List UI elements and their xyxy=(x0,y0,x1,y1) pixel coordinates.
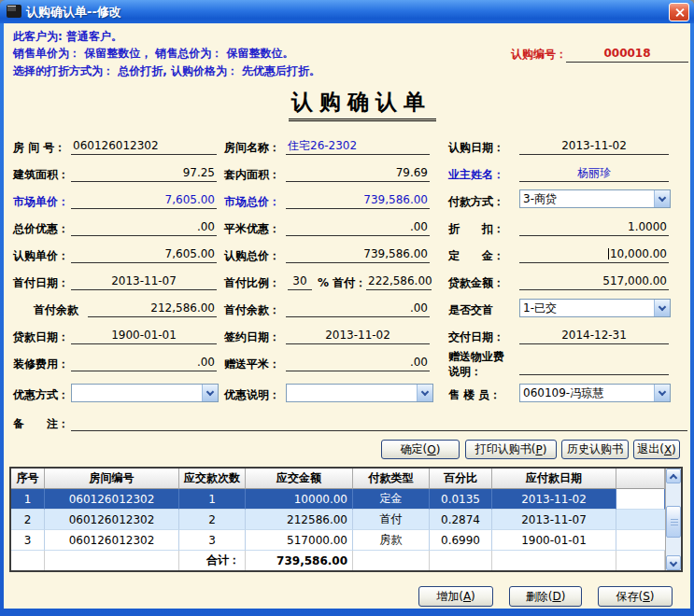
exit-button[interactable]: 退出(X) xyxy=(633,440,680,459)
owner-name-label: 业主姓名： xyxy=(448,167,504,182)
chevron-down-icon[interactable] xyxy=(417,385,432,401)
sign-date-label: 签约日期： xyxy=(224,329,280,344)
inner-area-label: 套内面积： xyxy=(224,167,280,182)
payment-schedule-table: 序号 房间编号 应交款次数 应交金额 付款类型 百分比 应付款日期 1 0601… xyxy=(9,467,683,572)
market-unit-price-label: 市场单价： xyxy=(13,194,69,209)
discount-field[interactable]: 1.0000 xyxy=(519,219,669,236)
discount-method-label: 优惠方式： xyxy=(13,387,69,402)
gift-sqm-field[interactable]: .00 xyxy=(286,355,430,371)
customer-type-text: 此客户为: 普通客户。 xyxy=(13,29,122,45)
salesperson-label: 售 楼 员： xyxy=(448,387,501,402)
is-down-paid-select[interactable]: 1-已交 xyxy=(519,299,671,317)
app-icon xyxy=(7,5,21,18)
order-no-label: 认购编号： xyxy=(511,47,567,62)
down-balance-left-field[interactable]: 212,586.00 xyxy=(88,301,217,317)
chevron-down-icon[interactable] xyxy=(654,385,670,401)
discount-method-select[interactable] xyxy=(71,384,219,402)
header-due-date[interactable]: 应付款日期 xyxy=(492,469,616,489)
loan-amount-field[interactable]: 517,000.00 xyxy=(519,273,669,290)
order-no-field[interactable]: 000018 xyxy=(566,46,688,63)
chevron-down-icon[interactable] xyxy=(202,385,218,401)
dialog-window: 认购确认单--修改 此客户为: 普通客户。 销售单价为： 保留整数位， 销售总价… xyxy=(0,0,694,616)
table-footer-row: 合计： 739,586.00 xyxy=(11,551,665,570)
down-payment-amount-label: % 首付： xyxy=(318,275,366,290)
room-name-field[interactable]: 住宅26-2302 xyxy=(286,138,430,155)
discount-label: 折 扣： xyxy=(448,221,504,236)
title-bar[interactable]: 认购确认单--修改 xyxy=(0,0,694,23)
owner-name-field[interactable]: 杨丽珍 xyxy=(519,165,669,182)
down-payment-date-field[interactable]: 2013-11-07 xyxy=(71,273,217,290)
down-payment-date-label: 首付日期： xyxy=(13,275,69,290)
down-balance-mid-label: 首付余款： xyxy=(224,302,280,317)
form-title-underline xyxy=(289,119,436,121)
total-value: 739,586.00 xyxy=(246,551,353,570)
header-installment[interactable]: 应交款次数 xyxy=(179,469,246,489)
loan-date-label: 贷款日期： xyxy=(13,329,69,344)
close-button[interactable] xyxy=(669,3,689,21)
renovation-fee-field[interactable]: .00 xyxy=(71,355,217,371)
header-seq[interactable]: 序号 xyxy=(11,469,45,489)
delete-button[interactable]: 删除(D) xyxy=(509,586,582,607)
header-room-code[interactable]: 房间编号 xyxy=(45,469,179,489)
chevron-down-icon[interactable] xyxy=(654,190,670,207)
deposit-field[interactable]: 10,000.00 xyxy=(519,246,669,263)
loan-date-field[interactable]: 1900-01-01 xyxy=(71,328,217,344)
total-discount-label: 总价优惠： xyxy=(13,221,69,236)
room-no-field[interactable]: 060126012302 xyxy=(71,138,217,155)
down-payment-ratio-field[interactable]: 30 xyxy=(288,273,312,290)
build-area-label: 建筑面积： xyxy=(13,167,69,182)
text-cursor xyxy=(608,248,609,259)
confirm-button[interactable]: 确定(O) xyxy=(381,440,460,459)
sqm-discount-field[interactable]: .00 xyxy=(286,219,430,236)
header-payment-type[interactable]: 付款类型 xyxy=(353,469,430,489)
header-amount-due[interactable]: 应交金额 xyxy=(246,469,353,489)
discount-note-label: 优惠说明： xyxy=(224,387,280,402)
discount-note-select[interactable] xyxy=(286,384,433,402)
print-purchase-button[interactable]: 打印认购书(P) xyxy=(465,440,557,459)
delivery-date-field[interactable]: 2014-12-31 xyxy=(519,328,669,344)
price-rounding-text: 销售单价为： 保留整数位， 销售总价为： 保留整数位。 xyxy=(13,46,294,62)
build-area-field[interactable]: 97.25 xyxy=(71,165,217,182)
payment-method-select[interactable]: 3-商贷 xyxy=(519,189,671,208)
window-title: 认购确认单--修改 xyxy=(26,4,121,21)
down-balance-mid-field[interactable]: .00 xyxy=(286,301,430,317)
market-total-price-label: 市场总价： xyxy=(224,194,280,209)
inner-area-field[interactable]: 79.69 xyxy=(286,165,430,182)
gift-property-fee-label2: 说明： xyxy=(448,364,482,379)
down-payment-ratio-label: 首付比例： xyxy=(224,275,280,290)
purchase-unit-price-field[interactable]: 7,605.00 xyxy=(71,246,217,263)
down-balance-left-label: 首付余款 xyxy=(34,302,78,317)
gift-property-fee-label: 赠送物业费 xyxy=(448,349,504,364)
table-row[interactable]: 3 060126012302 3 517000.00 房款 0.6990 190… xyxy=(11,530,665,551)
market-unit-price-field[interactable]: 7,605.00 xyxy=(71,192,217,209)
history-purchase-button[interactable]: 历史认购书 xyxy=(561,440,629,459)
is-down-paid-label: 是否交首 xyxy=(448,302,493,317)
scroll-down-button[interactable] xyxy=(666,555,681,570)
chevron-up-icon xyxy=(670,473,677,481)
payment-method-label: 付款方式： xyxy=(448,194,504,209)
gift-property-fee-field[interactable] xyxy=(519,358,669,375)
salesperson-select[interactable]: 060109-冯琼慧 xyxy=(519,384,671,402)
close-icon xyxy=(674,7,685,18)
delivery-date-label: 交付日期： xyxy=(448,329,504,344)
remark-field[interactable] xyxy=(71,414,687,431)
add-button[interactable]: 增加(A) xyxy=(418,586,493,607)
header-percentage[interactable]: 百分比 xyxy=(430,469,492,489)
scroll-up-button[interactable] xyxy=(666,469,681,483)
header-empty xyxy=(616,469,665,489)
remark-label: 备 注： xyxy=(13,416,69,431)
scrollbar-thumb[interactable] xyxy=(666,506,681,538)
vertical-scrollbar[interactable] xyxy=(665,469,681,570)
renovation-fee-label: 装修费用： xyxy=(13,357,69,371)
sign-date-field[interactable]: 2013-11-02 xyxy=(286,328,430,344)
total-discount-field[interactable]: .00 xyxy=(71,219,217,236)
table-row[interactable]: 1 060126012302 1 10000.00 定金 0.0135 2013… xyxy=(11,489,665,510)
market-total-price-field[interactable]: 739,586.00 xyxy=(286,192,430,209)
table-row[interactable]: 2 060126012302 2 212586.00 首付 0.2874 201… xyxy=(11,510,665,530)
purchase-total-price-field[interactable]: 739,586.00 xyxy=(286,246,430,263)
purchase-date-field[interactable]: 2013-11-02 xyxy=(519,138,669,155)
purchase-total-price-label: 认购总价： xyxy=(224,248,280,263)
chevron-down-icon[interactable] xyxy=(654,300,670,316)
save-button[interactable]: 保存(S) xyxy=(598,586,673,607)
down-payment-amount-field[interactable]: 222,586.00 xyxy=(366,273,432,290)
